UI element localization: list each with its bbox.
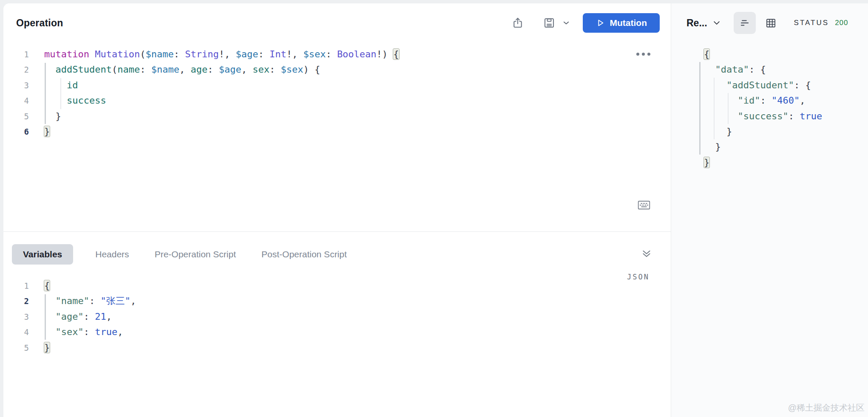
token-p: !): [377, 49, 394, 59]
operation-panel: Operation: [3, 3, 671, 417]
code-line[interactable]: 4 success: [3, 93, 671, 108]
code-line[interactable]: }: [704, 139, 868, 155]
token-p: ,: [106, 311, 112, 322]
token-p: [704, 64, 715, 75]
format-label[interactable]: JSON: [627, 273, 650, 281]
code-line[interactable]: "id": "460",: [704, 93, 868, 108]
line-number: 2: [3, 62, 29, 77]
token-key: "age": [56, 311, 84, 322]
tab-variables[interactable]: Variables: [12, 244, 73, 265]
token-val: true: [95, 327, 117, 337]
code-line[interactable]: }: [704, 155, 868, 170]
chevron-down-icon: [562, 19, 570, 27]
response-viewer[interactable]: { "data": { "addStudent": { "id": "460",…: [671, 42, 868, 417]
matched-bracket: {: [704, 49, 709, 59]
pretty-view-button[interactable]: [734, 12, 756, 34]
token-p: }: [44, 111, 61, 121]
line-number: 5: [3, 109, 29, 124]
token-field: name: [117, 64, 140, 75]
code-line[interactable]: 3 id: [3, 78, 671, 93]
token-p: ,: [179, 64, 191, 75]
tab-pre-operation-script[interactable]: Pre-Operation Script: [151, 244, 239, 265]
share-icon: [511, 17, 524, 29]
token-p: !,: [286, 49, 304, 59]
code-line[interactable]: 1{: [3, 278, 671, 293]
token-type: Boolean: [337, 49, 377, 59]
table-view-button[interactable]: [760, 12, 782, 34]
indent-guide: [60, 78, 61, 109]
code-line[interactable]: }: [704, 124, 868, 139]
token-p: :: [84, 311, 95, 322]
code-line[interactable]: "success": true: [704, 109, 868, 124]
token-var: $name: [145, 49, 173, 59]
response-title: Re...: [686, 17, 707, 29]
token-key: "data": [715, 64, 749, 75]
token-p: : {: [749, 64, 766, 75]
code-line[interactable]: 5 }: [3, 109, 671, 124]
pretty-view-icon: [739, 17, 750, 28]
code-line[interactable]: 4 "sex": true,: [3, 324, 671, 340]
status-label: STATUS: [794, 19, 829, 27]
token-p: :: [269, 64, 281, 75]
token-p: ,: [130, 296, 136, 306]
line-number: 4: [3, 93, 29, 108]
table-view-icon: [765, 17, 777, 29]
token-val: true: [800, 111, 822, 121]
token-p: ,: [241, 64, 253, 75]
code-line[interactable]: 1mutation Mutation($name: String!, $age:…: [3, 47, 671, 62]
code-line[interactable]: 2 "name": "张三",: [3, 293, 671, 309]
tab-post-operation-script[interactable]: Post-Operation Script: [258, 244, 350, 265]
bracket-connector: [45, 294, 46, 340]
collapse-panel-button[interactable]: [641, 248, 652, 261]
variables-editor[interactable]: JSON 1{2 "name": "张三",3 "age": 21,4 "sex…: [3, 272, 671, 417]
watermark: @稀土掘金技术社区: [788, 402, 865, 414]
code-text: {: [704, 47, 709, 62]
token-val: "张三": [100, 296, 130, 306]
token-p: :: [789, 111, 800, 121]
token-key: "sex": [56, 327, 84, 337]
code-text: addStudent(name: $name, age: $age, sex: …: [29, 62, 320, 77]
matched-bracket: }: [44, 342, 50, 353]
run-mutation-button[interactable]: Mutation: [583, 13, 660, 33]
page-title: Operation: [16, 17, 63, 29]
matched-bracket: {: [44, 280, 50, 291]
code-text: "sex": true,: [29, 324, 123, 340]
token-p: :: [140, 64, 151, 75]
token-p: ,: [117, 327, 123, 337]
chevron-down-icon: [712, 19, 721, 27]
token-var: $name: [151, 64, 179, 75]
token-p: [44, 95, 67, 106]
operation-header: Operation: [3, 3, 671, 42]
keyboard-shortcuts-icon[interactable]: [638, 200, 650, 212]
token-key: "addStudent": [726, 80, 794, 90]
save-options-chevron[interactable]: [561, 17, 572, 28]
more-options-icon[interactable]: [636, 53, 650, 56]
share-button[interactable]: [510, 15, 526, 31]
operation-editor[interactable]: 1mutation Mutation($name: String!, $age:…: [3, 42, 671, 231]
code-line[interactable]: "addStudent": {: [704, 78, 868, 93]
line-number: 3: [3, 78, 29, 93]
code-line[interactable]: "data": {: [704, 62, 868, 77]
token-p: :: [258, 49, 269, 59]
token-var: $age: [219, 64, 241, 75]
code-line[interactable]: 3 "age": 21,: [3, 309, 671, 324]
code-line[interactable]: 6}: [3, 124, 671, 139]
token-p: :: [84, 327, 95, 337]
token-type: String: [185, 49, 218, 59]
code-line[interactable]: 2 addStudent(name: $name, age: $age, sex…: [3, 62, 671, 77]
code-text: }: [29, 124, 50, 139]
token-p: }: [704, 126, 732, 137]
token-var: $age: [235, 49, 258, 59]
token-key: "id": [738, 95, 760, 106]
code-line[interactable]: {: [704, 47, 868, 62]
token-field: sex: [252, 64, 269, 75]
response-selector[interactable]: Re...: [686, 17, 721, 29]
code-text: "data": {: [704, 62, 766, 77]
request-tabs-row: Variables Headers Pre-Operation Script P…: [3, 232, 671, 272]
matched-bracket: }: [704, 157, 709, 168]
tab-headers[interactable]: Headers: [92, 244, 132, 265]
code-line[interactable]: 5}: [3, 340, 671, 355]
code-text: "age": 21,: [29, 309, 112, 324]
token-p: ) {: [303, 64, 320, 75]
save-button[interactable]: [541, 15, 557, 31]
